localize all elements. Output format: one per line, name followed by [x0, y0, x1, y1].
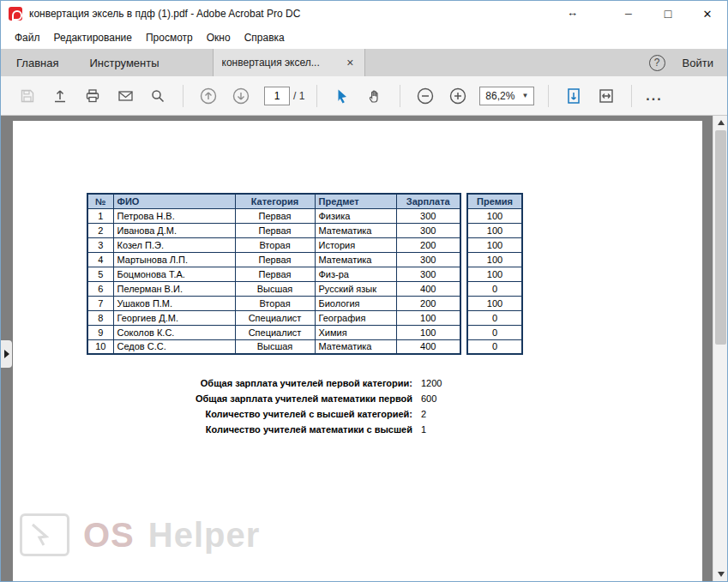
cell-number: 8 [87, 310, 113, 325]
pdf-page: № ФИО Категория Предмет Зарплата 1Петров… [13, 121, 702, 581]
table-row: 7Ушаков П.М.ВтораяБиология200 [87, 296, 460, 310]
cell-number: 1 [87, 208, 113, 223]
pointer-icon [334, 88, 350, 104]
scroll-down-icon [718, 572, 725, 577]
cell-category: Первая [235, 252, 315, 267]
acrobat-window: конвертация эксель в пдф (1).pdf - Adobe… [0, 0, 728, 582]
table-row: 10Седов С.С.ВысшаяМатематика400 [87, 339, 460, 354]
left-panel-expander[interactable] [1, 340, 12, 368]
table-row: 2Иванова Д.М.ПерваяМатематика300 [87, 223, 460, 237]
cell-category: Вторая [235, 237, 315, 252]
more-tools-button[interactable]: ... [646, 88, 662, 104]
tab-tools[interactable]: Инструменты [74, 49, 174, 76]
cell-subject: История [315, 237, 396, 252]
zoom-level-dropdown[interactable]: 86,2% ▼ [479, 87, 534, 105]
document-area: № ФИО Категория Предмет Зарплата 1Петров… [1, 116, 727, 581]
summary-value: 2 [421, 409, 426, 419]
close-tab-icon[interactable]: × [345, 56, 355, 69]
window-controls: ─ □ ✕ [609, 1, 727, 27]
sign-in-button[interactable]: Войти [683, 57, 713, 69]
print-icon [85, 88, 100, 104]
cell-subject: Математика [315, 252, 396, 267]
menu-item-view[interactable]: Просмотр [139, 28, 200, 47]
table-row: 3Козел П.Э.ВтораяИстория200 [87, 237, 460, 252]
toolbar: / 1 86,2% ▼ ... [1, 76, 727, 116]
summary-label: Количество учителей с высшей категорией: [87, 409, 421, 419]
share-button[interactable] [47, 82, 73, 110]
cell-bonus: 100 [467, 223, 522, 237]
header-bonus: Премия [467, 194, 522, 208]
page-number-input[interactable] [264, 87, 290, 105]
email-button[interactable] [112, 82, 138, 110]
search-button[interactable] [145, 82, 171, 110]
save-button[interactable] [15, 82, 40, 110]
vertical-scrollbar[interactable] [713, 116, 727, 581]
minimize-button[interactable]: ─ [609, 1, 648, 27]
zoom-in-button[interactable] [445, 82, 471, 110]
bonus-row: 100 [467, 252, 522, 267]
cell-number: 6 [87, 281, 113, 296]
chevron-down-icon: ▼ [521, 92, 528, 99]
cell-salary: 400 [396, 339, 460, 354]
cell-subject: Физ-ра [315, 267, 396, 281]
maximize-button[interactable]: □ [648, 1, 688, 27]
header-number: № [87, 194, 113, 208]
cell-subject: Математика [315, 223, 396, 237]
bonus-row: 0 [467, 339, 522, 354]
cell-category: Специалист [235, 310, 315, 325]
watermark-os-text: OS [83, 516, 135, 555]
cell-category: Первая [235, 267, 315, 281]
tab-document[interactable]: конвертация эксел... × [213, 49, 365, 76]
save-icon [20, 88, 35, 104]
cell-number: 4 [87, 252, 113, 267]
tab-bar: Главная Инструменты конвертация эксел...… [1, 49, 727, 76]
scroll-mode-button[interactable] [561, 82, 587, 110]
title-bar: конвертация эксель в пдф (1).pdf - Adobe… [1, 1, 727, 27]
previous-page-icon [199, 87, 218, 105]
previous-page-button[interactable] [196, 82, 221, 110]
close-button[interactable]: ✕ [688, 1, 727, 27]
menu-item-edit[interactable]: Редактирование [47, 28, 139, 47]
summary-line: Количество учителей с высшей категорией:… [87, 406, 481, 422]
summary-label: Количество учителей математики с высшей [87, 424, 421, 435]
cell-category: Вторая [235, 296, 315, 310]
select-tool-button[interactable] [329, 82, 355, 110]
tab-home[interactable]: Главная [1, 49, 74, 76]
scrollbar-thumb[interactable] [715, 130, 726, 345]
next-page-icon [232, 87, 250, 105]
summary-line: Общая зарплата учителей первой категории… [87, 375, 481, 391]
help-icon[interactable]: ? [649, 55, 665, 71]
summary-value: 1200 [421, 378, 442, 388]
cell-subject: Химия [315, 325, 396, 339]
os-helper-logo-icon [20, 513, 69, 556]
acrobat-icon [9, 7, 22, 21]
menu-item-file[interactable]: Файл [8, 28, 47, 47]
tabbar-right: ? Войти [649, 49, 727, 76]
zoom-out-button[interactable] [412, 82, 438, 110]
cell-bonus: 0 [467, 281, 522, 296]
menu-item-help[interactable]: Справка [238, 28, 292, 47]
scroll-up-button[interactable] [713, 116, 727, 129]
cell-subject: Биология [315, 296, 396, 310]
cell-bonus: 100 [467, 208, 522, 223]
cell-name: Боцмонова Т.А. [113, 267, 235, 281]
share-icon [52, 88, 68, 104]
fit-width-icon [598, 87, 615, 105]
bonus-row: 0 [467, 325, 522, 339]
cell-number: 7 [87, 296, 113, 310]
cell-salary: 400 [396, 281, 460, 296]
cell-subject: Русский язык [315, 281, 396, 296]
print-button[interactable] [80, 82, 105, 110]
cell-bonus: 100 [467, 267, 522, 281]
table-row: 8Георгиев Д.М.СпециалистГеография100 [87, 310, 460, 325]
hand-tool-button[interactable] [362, 82, 388, 110]
menu-item-window[interactable]: Окно [200, 28, 238, 47]
menu-bar: Файл Редактирование Просмотр Окно Справк… [1, 27, 727, 49]
fit-width-button[interactable] [593, 82, 619, 110]
table-row: 1Петрова Н.В.ПерваяФизика300 [87, 208, 460, 223]
cell-subject: География [315, 310, 396, 325]
header-name: ФИО [113, 194, 235, 208]
cell-number: 3 [87, 237, 113, 252]
scroll-down-button[interactable] [713, 567, 727, 581]
next-page-button[interactable] [228, 82, 254, 110]
